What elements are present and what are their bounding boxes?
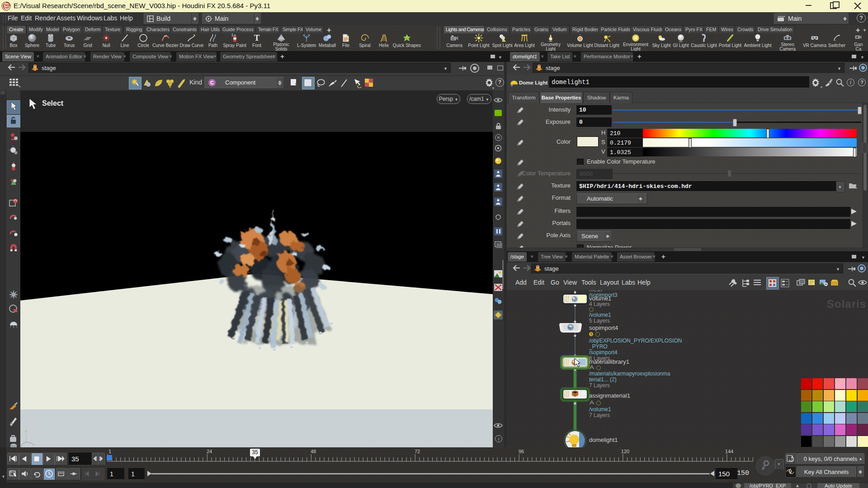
svg-text:x: x [33,442,34,446]
svg-text:z: z [20,444,22,447]
svg-text:T: T [254,33,259,42]
svg-text:y: y [25,429,27,433]
